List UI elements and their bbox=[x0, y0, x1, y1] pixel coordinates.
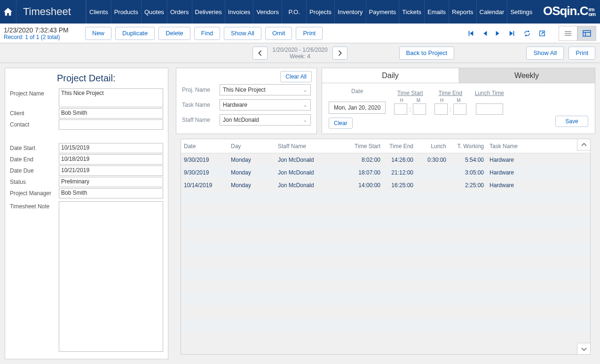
timesheet-table: Date Day Staff Name Time Start Time End … bbox=[181, 139, 591, 355]
lunch-input[interactable] bbox=[476, 103, 503, 115]
nav-emails[interactable]: Emails bbox=[424, 0, 449, 24]
tab-weekly[interactable]: Weekly bbox=[458, 68, 595, 83]
prev-week-button[interactable] bbox=[253, 47, 268, 60]
nav-tools bbox=[467, 26, 596, 41]
task-name-select[interactable]: Hardware⌄ bbox=[220, 99, 311, 111]
project-name-field[interactable]: This Nice Project bbox=[59, 88, 163, 107]
table-row[interactable] bbox=[181, 204, 590, 217]
staff-name-select[interactable]: Jon McDonald⌄ bbox=[220, 114, 311, 126]
client-field[interactable]: Bob Smith bbox=[59, 108, 163, 119]
table-row[interactable] bbox=[181, 268, 590, 280]
omit-button[interactable]: Omit bbox=[265, 27, 292, 40]
top-nav: Timesheet ClientsProductsQuotesOrdersDel… bbox=[0, 0, 600, 24]
nav-products[interactable]: Products bbox=[111, 0, 141, 24]
note-field[interactable] bbox=[59, 201, 163, 352]
table-row[interactable] bbox=[181, 191, 590, 204]
popout-icon[interactable] bbox=[539, 30, 545, 37]
chevron-down-icon: ⌄ bbox=[303, 87, 308, 93]
nav-deliveries[interactable]: Deliveries bbox=[192, 0, 225, 24]
table-row[interactable] bbox=[181, 242, 590, 255]
table-row[interactable] bbox=[181, 280, 590, 293]
next-week-button[interactable] bbox=[332, 47, 347, 60]
duplicate-button[interactable]: Duplicate bbox=[115, 27, 155, 40]
table-row[interactable] bbox=[181, 255, 590, 268]
list-layout-icon[interactable] bbox=[559, 26, 577, 41]
status-field[interactable]: Preliminary bbox=[59, 177, 163, 187]
find-button[interactable]: Find bbox=[194, 27, 220, 40]
brand-logo: OSqin.Crmom bbox=[538, 0, 600, 24]
show-all-button[interactable]: Show All bbox=[526, 47, 564, 60]
table-row[interactable] bbox=[181, 293, 590, 306]
table-row[interactable] bbox=[181, 229, 590, 242]
scroll-up-icon[interactable] bbox=[577, 139, 590, 150]
print-button[interactable]: Print bbox=[296, 27, 323, 40]
sub-toolbar: 1/23/2020 7:32:43 PM Record: 1 of 1 (2 t… bbox=[0, 24, 600, 43]
next-record-icon[interactable] bbox=[496, 30, 500, 37]
refresh-icon[interactable] bbox=[524, 30, 530, 37]
print-week-button[interactable]: Print bbox=[568, 47, 595, 60]
project-detail-heading: Project Detail: bbox=[57, 73, 163, 84]
start-m-input[interactable] bbox=[413, 103, 426, 115]
proj-name-select[interactable]: This Nice Project⌄ bbox=[220, 84, 311, 95]
nav-reports[interactable]: Reports bbox=[449, 0, 476, 24]
nav-projects[interactable]: Projects bbox=[306, 0, 334, 24]
table-row[interactable]: 9/30/2019MondayJon McDonald18:07:0021:12… bbox=[181, 166, 590, 179]
table-row[interactable] bbox=[181, 306, 590, 318]
filter-panel: Clear All Proj. NameThis Nice Project⌄ T… bbox=[176, 68, 317, 134]
pm-field[interactable]: Bob Smith bbox=[59, 188, 163, 198]
nav-quotes[interactable]: Quotes bbox=[141, 0, 167, 24]
new-button[interactable]: New bbox=[85, 27, 111, 40]
week-number: Week: 4 bbox=[272, 53, 327, 60]
tab-daily[interactable]: Daily bbox=[322, 68, 458, 83]
entry-date-field[interactable]: Mon, Jan 20, 2020 bbox=[329, 102, 386, 114]
table-row[interactable] bbox=[181, 318, 590, 331]
clear-button[interactable]: Clear bbox=[329, 118, 353, 129]
form-layout-icon[interactable] bbox=[577, 26, 596, 41]
nav-clients[interactable]: Clients bbox=[86, 0, 111, 24]
date-end-field[interactable]: 10/18/2019 bbox=[59, 154, 163, 165]
nav-tickets[interactable]: Tickets bbox=[399, 0, 424, 24]
end-m-input[interactable] bbox=[453, 103, 466, 115]
contact-field[interactable] bbox=[59, 119, 163, 130]
nav-settings[interactable]: Settings bbox=[507, 0, 535, 24]
time-entry-form: Date Mon, Jan 20, 2020 Clear Time Start … bbox=[322, 83, 595, 134]
timestamp: 1/23/2020 7:32:43 PM bbox=[4, 26, 81, 34]
table-row[interactable] bbox=[181, 331, 590, 344]
start-h-input[interactable] bbox=[394, 103, 407, 115]
delete-button[interactable]: Delete bbox=[158, 27, 190, 40]
nav-orders[interactable]: Orders bbox=[167, 0, 192, 24]
home-icon[interactable] bbox=[0, 0, 16, 24]
end-h-input[interactable] bbox=[434, 103, 448, 115]
prev-record-icon[interactable] bbox=[482, 30, 487, 37]
svg-rect-1 bbox=[583, 31, 591, 36]
nav-vendors[interactable]: Vendors bbox=[253, 0, 282, 24]
chevron-down-icon: ⌄ bbox=[303, 117, 308, 123]
nav-inventory[interactable]: Inventory bbox=[334, 0, 365, 24]
week-range: 1/20/2020 - 1/26/2020 bbox=[272, 47, 327, 53]
week-navigator: 1/20/2020 - 1/26/2020 Week: 4 Back to Pr… bbox=[0, 43, 600, 63]
page-title: Timesheet bbox=[16, 0, 78, 24]
project-detail-panel: Project Detail: Project NameThis Nice Pr… bbox=[5, 68, 168, 359]
table-row[interactable]: 9/30/2019MondayJon McDonald8:02:0014:26:… bbox=[181, 153, 590, 166]
table-row[interactable] bbox=[181, 217, 590, 229]
back-to-project-button[interactable]: Back to Project bbox=[399, 47, 454, 60]
date-start-field[interactable]: 10/15/2019 bbox=[59, 143, 163, 153]
nav-po[interactable]: P.O. bbox=[282, 0, 306, 24]
chevron-down-icon: ⌄ bbox=[303, 102, 308, 108]
record-status: Record: 1 of 1 (2 total) bbox=[4, 34, 81, 40]
table-row[interactable]: 10/14/2019MondayJon McDonald14:00:0016:2… bbox=[181, 179, 590, 191]
save-button[interactable]: Save bbox=[555, 116, 588, 127]
nav-calendar[interactable]: Calendar bbox=[476, 0, 507, 24]
last-record-icon[interactable] bbox=[509, 30, 515, 37]
first-record-icon[interactable] bbox=[467, 30, 474, 37]
clear-all-button[interactable]: Clear All bbox=[280, 71, 312, 82]
nav-invoices[interactable]: Invoices bbox=[225, 0, 253, 24]
scroll-down-icon[interactable] bbox=[577, 343, 590, 354]
show-all-button[interactable]: Show All bbox=[224, 27, 261, 40]
date-due-field[interactable]: 10/21/2019 bbox=[59, 166, 163, 176]
nav-payments[interactable]: Payments bbox=[366, 0, 399, 24]
